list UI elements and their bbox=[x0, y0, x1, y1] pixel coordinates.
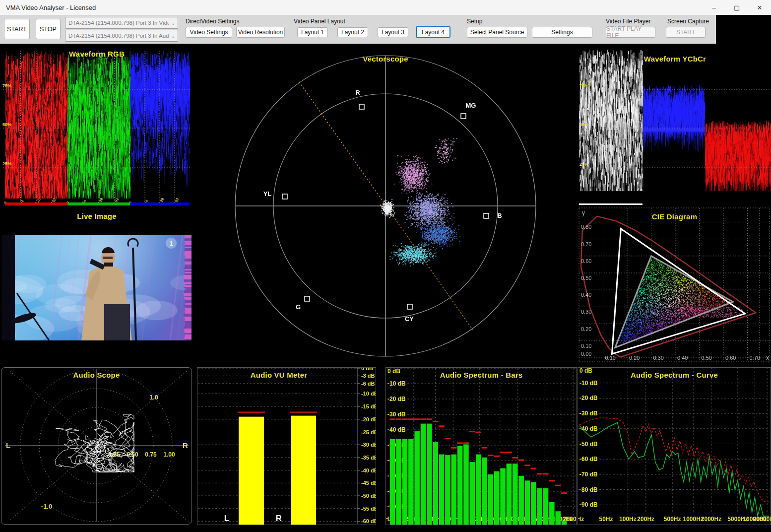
layout-2-button[interactable]: Layout 2 bbox=[337, 27, 368, 37]
start-play-file-button[interactable]: START PLAY FILE bbox=[606, 27, 655, 38]
group-label-directvideo: DirectVideo Settings bbox=[186, 18, 240, 25]
audio-source-select[interactable]: DTA-2154 (2154.000.798) Port 3 In Audio … bbox=[65, 30, 178, 42]
group-label-player: Video File Player bbox=[606, 18, 651, 25]
group-label-capture: Screen Capture bbox=[667, 18, 709, 25]
layout-1-button[interactable]: Layout 1 bbox=[297, 27, 328, 37]
settings-button[interactable]: Settings bbox=[532, 27, 592, 38]
vectorscope-scope bbox=[231, 51, 540, 361]
audio-scope-display bbox=[1, 367, 192, 525]
group-label-setup: Setup bbox=[467, 18, 482, 25]
maximize-icon[interactable]: ▢ bbox=[725, 0, 748, 15]
title-bar: VMA Video Analyser - Licensed – ▢ ✕ bbox=[0, 0, 771, 15]
stop-button[interactable]: STOP bbox=[36, 19, 61, 39]
layout-4-button[interactable]: Layout 4 bbox=[416, 26, 450, 38]
video-source-select[interactable]: DTA-2154 (2154.000.798) Port 3 In Video … bbox=[65, 17, 178, 29]
group-label-layout: Video Panel Layout bbox=[294, 18, 345, 25]
waveform-rgb-scope bbox=[2, 46, 192, 207]
close-icon[interactable]: ✕ bbox=[748, 0, 771, 15]
audio-source-value: DTA-2154 (2154.000.798) Port 3 In Audio bbox=[65, 33, 169, 39]
window-title: VMA Video Analyser - Licensed bbox=[0, 4, 703, 11]
video-source-value: DTA-2154 (2154.000.798) Port 3 In Video bbox=[65, 20, 169, 26]
minimize-icon[interactable]: – bbox=[703, 0, 725, 15]
chevron-down-icon: ⌄ bbox=[169, 20, 178, 26]
cie-diagram bbox=[578, 207, 771, 365]
live-image-title: Live Image bbox=[2, 212, 192, 220]
vu-meter-display bbox=[197, 367, 376, 525]
spectrum-curve-display bbox=[578, 367, 771, 525]
select-panel-source-button[interactable]: Select Panel Source bbox=[467, 27, 527, 38]
layout-3-button[interactable]: Layout 3 bbox=[378, 27, 408, 37]
video-settings-button[interactable]: Video Settings bbox=[186, 27, 232, 38]
start-button[interactable]: START bbox=[4, 19, 30, 39]
spectrum-bars-display bbox=[386, 367, 577, 525]
toolbar: START STOP DTA-2154 (2154.000.798) Port … bbox=[0, 15, 716, 44]
live-image-video bbox=[2, 235, 192, 340]
chevron-down-icon: ⌄ bbox=[169, 33, 178, 39]
window-controls: – ▢ ✕ bbox=[703, 0, 771, 15]
cie-separator-line bbox=[579, 203, 642, 205]
screen-capture-start-button[interactable]: START bbox=[666, 27, 706, 38]
waveform-ycbcr-scope bbox=[579, 46, 771, 203]
video-resolution-button[interactable]: Video Resolution bbox=[236, 27, 285, 38]
